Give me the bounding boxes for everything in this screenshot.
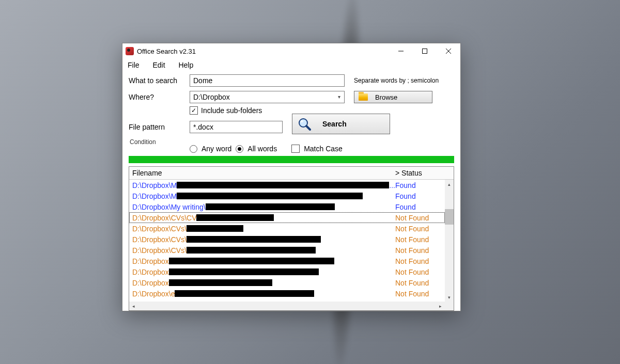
column-headers[interactable]: Filename > Status <box>129 167 454 180</box>
column-status[interactable]: > Status <box>393 169 445 177</box>
table-row[interactable]: D:\Dropbox\CVs\Not Found <box>129 223 445 234</box>
table-row[interactable]: D:\Dropbox\CVs\Not Found <box>129 245 445 256</box>
filename-prefix: D:\Dropbox\M <box>132 181 177 189</box>
browse-label: Browse <box>375 93 397 101</box>
search-button[interactable]: Search <box>292 114 390 134</box>
where-combobox[interactable]: ▾ <box>190 91 345 103</box>
matchcase-label: Match Case <box>304 145 343 153</box>
table-row[interactable]: D:\Dropbox\MFound <box>129 191 445 201</box>
filename-cell: D:\Dropbox\CVs\ <box>132 225 395 233</box>
status-cell: Not Found <box>395 246 445 255</box>
filename-prefix: D:\Dropbox\CVs\ <box>132 246 187 255</box>
scroll-right-arrow-icon[interactable]: ▸ <box>436 304 445 309</box>
chevron-down-icon: ▾ <box>338 94 340 100</box>
scroll-up-arrow-icon[interactable]: ▴ <box>445 180 454 188</box>
allwords-radio[interactable] <box>236 145 243 153</box>
folder-icon <box>359 93 368 101</box>
what-to-search-input[interactable] <box>190 74 345 87</box>
filename-ellipsis: ... <box>389 181 395 189</box>
filename-cell: D:\Dropbox\CVs\CV <box>132 214 395 222</box>
status-cell: Not Found <box>395 279 445 287</box>
where-dropdown-button[interactable]: ▾ <box>334 91 344 103</box>
anyword-label: Any word <box>202 145 231 153</box>
scroll-thumb[interactable] <box>445 209 454 225</box>
anyword-radio[interactable] <box>190 145 197 153</box>
redacted-text <box>206 203 335 210</box>
redacted-text <box>177 193 363 199</box>
results-grid: Filename > Status D:\Dropbox\M...FoundD:… <box>129 166 454 311</box>
minimize-button[interactable] <box>389 43 413 59</box>
maximize-button[interactable] <box>413 43 437 59</box>
redacted-text <box>187 247 316 254</box>
menu-file[interactable]: File <box>127 60 145 70</box>
where-label: Where? <box>129 93 190 101</box>
window-title: Office Search v2.31 <box>137 48 196 55</box>
search-form: What to search Separate words by ; semic… <box>122 72 460 153</box>
table-row[interactable]: D:\Dropbox\My writing\Found <box>129 201 445 212</box>
status-cell: Found <box>395 181 445 189</box>
table-row[interactable]: D:\Dropbox\CVs\Not Found <box>129 234 445 245</box>
scroll-left-arrow-icon[interactable]: ◂ <box>129 304 138 309</box>
filename-prefix: D:\Dropbox <box>132 268 169 276</box>
table-row[interactable]: D:\DropboxNot Found <box>129 266 445 277</box>
redacted-text <box>187 236 321 243</box>
status-cell: Not Found <box>395 225 445 233</box>
include-subfolders-label: Include sub-folders <box>201 106 262 115</box>
filename-cell: D:\Dropbox\M... <box>132 181 395 189</box>
minimize-icon <box>398 49 404 54</box>
table-row[interactable]: D:\Dropbox\M...Found <box>129 180 445 191</box>
svg-point-5 <box>300 120 303 122</box>
filename-prefix: D:\Dropbox\e <box>132 290 175 298</box>
progress-bar <box>129 156 454 163</box>
filename-cell: D:\Dropbox <box>132 268 395 276</box>
title-bar[interactable]: Office Search v2.31 <box>122 43 460 59</box>
close-button[interactable] <box>437 43 460 59</box>
filename-cell: D:\Dropbox\M <box>132 192 395 200</box>
svg-line-6 <box>306 126 310 130</box>
filename-prefix: D:\Dropbox\CVs\CV <box>132 214 196 222</box>
vertical-scrollbar[interactable]: ▴ ▾ <box>445 180 454 302</box>
horizontal-scrollbar[interactable]: ◂ ▸ <box>129 302 454 310</box>
redacted-text <box>187 225 243 232</box>
close-icon <box>446 49 451 54</box>
app-icon <box>126 47 134 55</box>
status-cell: Found <box>395 203 445 211</box>
maximize-icon <box>422 49 427 54</box>
table-row[interactable]: D:\DropboxNot Found <box>129 256 445 266</box>
filename-cell: D:\Dropbox\e <box>132 290 395 298</box>
where-input[interactable] <box>190 92 334 102</box>
matchcase-checkbox[interactable] <box>291 145 300 153</box>
filename-prefix: D:\Dropbox\CVs\ <box>132 235 187 244</box>
menu-edit[interactable]: Edit <box>151 60 170 70</box>
status-cell: Not Found <box>395 257 445 265</box>
table-row[interactable]: D:\Dropbox\CVs\CV Not Found <box>129 212 445 223</box>
app-window: Office Search v2.31 File Edit Help What … <box>122 43 461 311</box>
results-body[interactable]: D:\Dropbox\M...FoundD:\Dropbox\MFoundD:\… <box>129 180 445 302</box>
table-row[interactable]: D:\Dropbox\eNot Found <box>129 288 445 299</box>
redacted-text <box>175 290 314 297</box>
filename-cell: D:\Dropbox <box>132 279 395 287</box>
menu-bar: File Edit Help <box>122 59 460 72</box>
redacted-text <box>169 268 319 275</box>
file-pattern-label: File pattern <box>129 123 190 131</box>
menu-help[interactable]: Help <box>177 60 198 70</box>
status-cell: Found <box>395 192 445 200</box>
filename-prefix: D:\Dropbox\M <box>132 192 177 200</box>
column-filename[interactable]: Filename <box>129 169 393 177</box>
filename-cell: D:\Dropbox <box>132 257 395 265</box>
file-pattern-input[interactable] <box>190 121 283 133</box>
filename-prefix: D:\Dropbox\CVs\ <box>132 225 187 233</box>
include-subfolders-checkbox[interactable]: ✓ <box>190 106 198 115</box>
redacted-text <box>169 258 334 264</box>
browse-button[interactable]: Browse <box>354 91 432 103</box>
filename-prefix: D:\Dropbox <box>132 279 169 287</box>
separator-hint: Separate words by ; semicolon <box>354 77 439 84</box>
what-to-search-label: What to search <box>129 76 190 85</box>
status-cell: Not Found <box>395 290 445 298</box>
svg-rect-1 <box>423 49 427 54</box>
table-row[interactable]: D:\DropboxNot Found <box>129 277 445 288</box>
search-label: Search <box>322 120 347 128</box>
scroll-down-arrow-icon[interactable]: ▾ <box>445 293 454 302</box>
filename-cell: D:\Dropbox\CVs\ <box>132 246 395 255</box>
filename-cell: D:\Dropbox\My writing\ <box>132 203 395 211</box>
